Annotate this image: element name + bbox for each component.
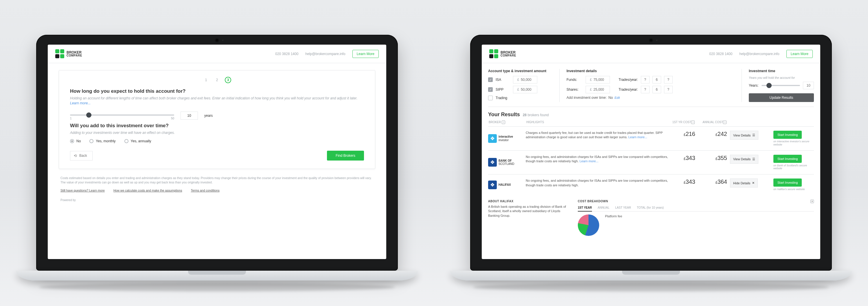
help-icon[interactable]: ?	[810, 200, 814, 203]
screen-wizard: BROKER COMPARE 020 3828 1400 help@broker…	[48, 45, 386, 259]
edit-add-over-time-link[interactable]: Edit	[615, 96, 620, 100]
results-columns-header: BROKER ? HIGHLIGHTS 1ST YR COST? ANNUAL …	[488, 120, 814, 126]
start-investing-button[interactable]: Start Investing	[773, 131, 802, 139]
learn-more-button[interactable]: Learn More	[352, 50, 379, 58]
view-details-button[interactable]: View Details ☰	[730, 131, 758, 140]
faq-link[interactable]: Still have questions? Learn more	[60, 189, 105, 192]
expand-icon: ☰	[752, 133, 755, 137]
sipp-label: SIPP	[496, 87, 510, 91]
cost-breakdown-heading: COST BREAKDOWN	[578, 200, 608, 203]
secure-site-note: on Halifax's secure website	[773, 188, 805, 191]
funds-trades-help2[interactable]: ?	[664, 76, 673, 83]
learn-more-link[interactable]: Learn more...	[628, 135, 647, 139]
years-input[interactable]: 10	[803, 82, 814, 89]
wizard-card: 1 2 3 How long do you expect to hold thi…	[59, 70, 375, 169]
broker-highlights: No ongoing fees, and administration char…	[526, 178, 669, 191]
trading-checkbox[interactable]	[488, 95, 493, 100]
slider-min-label: 1	[70, 117, 72, 120]
sipp-amount-input[interactable]: £50,000	[513, 86, 537, 93]
years-input[interactable]: 10	[181, 112, 198, 120]
logo-icon	[55, 49, 64, 58]
help-icon[interactable]: ?	[502, 120, 505, 124]
shares-amount-input[interactable]: £25,000	[586, 86, 610, 93]
question-duration-subtitle: Holding an account for different lengths…	[70, 96, 364, 106]
broker-icon: ❖	[488, 134, 497, 143]
question-add-title: Will you add to this investment over tim…	[70, 123, 364, 129]
shares-trades-help[interactable]: ?	[641, 86, 650, 93]
sipp-checkbox[interactable]	[488, 87, 493, 92]
slider-max-label: 50	[171, 117, 174, 120]
radio-icon	[70, 139, 74, 143]
question-duration-title: How long do you expect to hold this acco…	[70, 88, 364, 94]
shares-trades-input[interactable]: 6	[652, 86, 661, 93]
first-year-cost: £343	[672, 155, 695, 170]
about-heading: ABOUT HALIFAX	[488, 200, 569, 203]
brand-line2: COMPARE	[66, 54, 82, 57]
step-1[interactable]: 1	[203, 77, 209, 83]
radio-icon	[89, 139, 93, 143]
slider-thumb-icon[interactable]	[767, 83, 772, 88]
broker-icon: ❖	[488, 158, 497, 167]
learn-more-button[interactable]: Learn More	[786, 50, 813, 58]
step-2[interactable]: 2	[214, 77, 220, 83]
broker-logo[interactable]: ❖ interactiveinvestor	[488, 131, 523, 146]
header-email[interactable]: help@brokercompare.info	[739, 52, 779, 56]
annual-cost: £242	[698, 131, 727, 146]
funds-label: Funds:	[566, 78, 583, 82]
brand-logo[interactable]: BROKER COMPARE	[489, 49, 516, 58]
filter-time-sub: Years you will hold the account for	[749, 76, 814, 79]
terms-link[interactable]: Terms and conditions	[191, 189, 219, 192]
annual-cost: £355	[698, 155, 727, 170]
help-icon[interactable]: ?	[723, 120, 726, 124]
tab-last-year[interactable]: LAST YEAR	[615, 206, 631, 210]
brand-logo[interactable]: BROKER COMPARE	[55, 49, 82, 58]
disclaimer-text: Costs estimated based on details you ent…	[60, 176, 374, 184]
fee-platform: Platform fee	[605, 215, 622, 218]
years-slider[interactable]	[762, 83, 800, 88]
result-row: ❖ BANK OFSCOTLAND No ongoing fees, and a…	[488, 150, 814, 174]
back-arrow-icon: ⟲	[74, 154, 77, 158]
shares-trades-help2[interactable]: ?	[664, 86, 673, 93]
isa-checkbox[interactable]	[488, 77, 493, 82]
result-row: ❖ HALIFAX No ongoing fees, and administr…	[488, 174, 814, 195]
back-button[interactable]: ⟲ Back	[70, 151, 93, 161]
funds-trades-input[interactable]: 6	[652, 76, 661, 83]
header-email[interactable]: help@brokercompare.info	[305, 52, 345, 56]
secure-site-note: on Interactive Investor's secure website	[773, 140, 814, 146]
broker-logo[interactable]: ❖ BANK OFSCOTLAND	[488, 155, 523, 170]
view-details-button[interactable]: View Details ☰	[730, 155, 758, 164]
trading-label: Trading	[496, 96, 507, 100]
radio-no[interactable]: No	[70, 139, 81, 143]
filter-details-heading: Investment details	[566, 69, 734, 73]
learn-more-link[interactable]: Learn more...	[580, 159, 598, 163]
learn-more-link[interactable]: Learn more...	[70, 101, 91, 105]
add-over-time-radiogroup: No Yes, monthly Yes, annually	[70, 139, 364, 143]
tab-first-year[interactable]: 1ST YEAR	[578, 206, 592, 212]
funds-amount-input[interactable]: £75,000	[586, 76, 610, 83]
funds-trades-help[interactable]: ?	[641, 76, 650, 83]
tab-total[interactable]: TOTAL (for 10 years)	[637, 206, 664, 210]
help-icon[interactable]: ?	[691, 120, 695, 124]
broker-logo[interactable]: ❖ HALIFAX	[488, 178, 523, 191]
results-title: Your Results	[488, 112, 520, 118]
radio-annually[interactable]: Yes, annually	[124, 139, 151, 143]
years-label: Years:	[749, 83, 758, 87]
header: BROKER COMPARE 020 3828 1400 help@broker…	[48, 45, 386, 63]
update-results-button[interactable]: Update Results	[749, 93, 814, 102]
step-3[interactable]: 3	[225, 77, 231, 83]
start-investing-button[interactable]: Start Investing	[773, 155, 802, 163]
question-add-subtitle: Adding to your investments over time wil…	[70, 131, 364, 135]
tab-annual[interactable]: ANNUAL	[598, 206, 610, 210]
view-details-button[interactable]: Hide Details ✕	[730, 178, 758, 188]
expand-icon: ✕	[752, 181, 754, 185]
find-brokers-button[interactable]: Find Brokers	[327, 151, 364, 161]
first-year-cost: £343	[672, 178, 695, 191]
result-row: ❖ interactiveinvestor Charges a fixed qu…	[488, 126, 814, 150]
isa-amount-input[interactable]: £50,000	[513, 76, 537, 83]
calc-method-link[interactable]: How we calculate costs and make the assu…	[114, 189, 182, 192]
radio-monthly[interactable]: Yes, monthly	[89, 139, 116, 143]
broker-highlights: No ongoing fees, and administration char…	[526, 155, 669, 170]
start-investing-button[interactable]: Start Investing	[773, 178, 802, 187]
isa-label: ISA	[496, 78, 510, 82]
laptop-right: BROKER COMPARE 020 3828 1400 help@broker…	[470, 35, 832, 291]
